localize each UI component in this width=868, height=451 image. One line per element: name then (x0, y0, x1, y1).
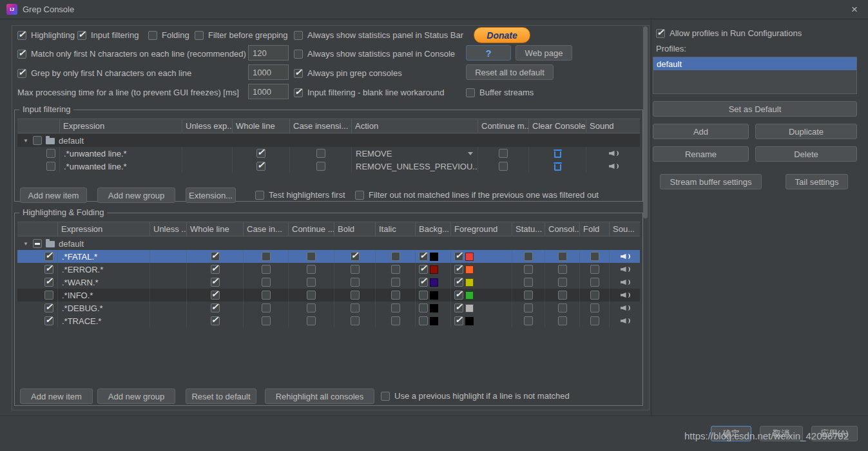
background-color-swatch[interactable] (430, 317, 438, 325)
whole-line-checkbox[interactable] (211, 252, 220, 261)
add-new-group-button[interactable]: Add new group (97, 187, 175, 203)
add-new-group-button[interactable]: Add new group (97, 389, 175, 404)
case-checkbox[interactable] (262, 316, 271, 325)
blank-line-workaround-checkbox[interactable]: Input filtering - blank line workaround (294, 88, 444, 97)
expression-cell[interactable]: .*ERROR.* (58, 263, 150, 276)
whole-line-checkbox[interactable] (256, 149, 265, 158)
sound-icon[interactable] (621, 278, 630, 286)
enabled-checkbox[interactable] (44, 316, 53, 325)
expression-cell[interactable]: .*unwanted line.* (60, 160, 182, 173)
action-dropdown[interactable]: REMOVE (352, 147, 478, 160)
case-checkbox[interactable] (262, 252, 271, 261)
continue-checkbox[interactable] (307, 265, 316, 274)
sound-icon[interactable] (621, 265, 630, 273)
bold-checkbox[interactable] (351, 291, 360, 300)
col-bold[interactable]: Bold (334, 222, 376, 236)
highlight-row[interactable]: .*TRACE.* (17, 314, 640, 327)
group-enabled-checkbox[interactable] (33, 239, 42, 248)
col-case[interactable]: Case in... (244, 222, 289, 236)
console-count-checkbox[interactable] (558, 291, 567, 300)
continue-checkbox[interactable] (499, 149, 508, 158)
bold-checkbox[interactable] (351, 303, 360, 312)
input-filtering-checkbox[interactable]: Input filtering (77, 30, 139, 40)
enabled-checkbox[interactable] (44, 278, 53, 287)
add-profile-button[interactable]: Add (653, 124, 749, 139)
case-insensitive-checkbox[interactable] (316, 149, 325, 158)
console-count-checkbox[interactable] (558, 316, 567, 325)
background-checkbox[interactable] (419, 316, 428, 325)
background-checkbox[interactable] (419, 265, 428, 274)
continue-checkbox[interactable] (307, 291, 316, 300)
highlight-row[interactable]: .*ERROR.* (17, 263, 640, 276)
add-new-item-button[interactable]: Add new item (20, 187, 87, 203)
pin-consoles-checkbox[interactable]: Always pin grep consoles (294, 68, 402, 78)
enabled-checkbox[interactable] (46, 162, 55, 171)
expression-cell[interactable]: .*TRACE.* (58, 314, 150, 327)
col-unless[interactable]: Unless ... (150, 222, 187, 236)
max-time-input[interactable] (248, 84, 289, 99)
background-color-swatch[interactable] (430, 253, 438, 261)
trash-icon[interactable] (554, 149, 561, 158)
foreground-checkbox[interactable] (454, 291, 463, 300)
whole-line-checkbox[interactable] (211, 265, 220, 274)
help-button[interactable]: ? (466, 45, 511, 61)
fold-checkbox[interactable] (590, 265, 599, 274)
grep-first-n-checkbox[interactable]: Grep by only first N characters on each … (17, 68, 191, 78)
whole-line-checkbox[interactable] (211, 316, 220, 325)
col-continue[interactable]: Continue m... (478, 119, 529, 133)
col-clear-console[interactable]: Clear Console (529, 119, 586, 133)
col-whole-line[interactable]: Whole line (233, 119, 290, 133)
fold-checkbox[interactable] (590, 316, 599, 325)
rename-profile-button[interactable]: Rename (653, 146, 749, 162)
sound-icon[interactable] (609, 149, 618, 157)
reset-all-button[interactable]: Reset all to default (466, 64, 554, 80)
match-first-n-input[interactable] (248, 45, 289, 61)
case-checkbox[interactable] (262, 291, 271, 300)
background-checkbox[interactable] (419, 291, 428, 300)
whole-line-checkbox[interactable] (256, 162, 265, 171)
reset-to-default-button[interactable]: Reset to default (186, 389, 256, 404)
col-select[interactable] (17, 222, 58, 236)
foreground-color-swatch[interactable] (465, 304, 474, 312)
background-color-swatch[interactable] (430, 278, 438, 287)
case-checkbox[interactable] (262, 265, 271, 274)
whole-line-checkbox[interactable] (211, 278, 220, 287)
col-expression[interactable]: Expression (60, 119, 182, 133)
extension-button[interactable]: Extension... (186, 187, 236, 203)
whole-line-checkbox[interactable] (211, 303, 220, 312)
profiles-list[interactable]: default (653, 57, 857, 94)
fold-checkbox[interactable] (590, 291, 599, 300)
enabled-checkbox[interactable] (44, 252, 53, 261)
background-checkbox[interactable] (419, 303, 428, 312)
foreground-color-swatch[interactable] (465, 265, 474, 274)
col-whole-line[interactable]: Whole line (187, 222, 244, 236)
italic-checkbox[interactable] (391, 316, 400, 325)
status-bar-checkbox[interactable] (524, 303, 533, 312)
continue-checkbox[interactable] (307, 252, 316, 261)
foreground-checkbox[interactable] (454, 265, 463, 274)
sound-icon[interactable] (621, 317, 630, 325)
case-insensitive-checkbox[interactable] (316, 162, 325, 171)
col-sound[interactable]: Sou... (610, 222, 640, 236)
trash-icon[interactable] (554, 162, 561, 171)
foreground-color-swatch[interactable] (465, 317, 474, 325)
col-foreground[interactable]: Foreground (451, 222, 512, 236)
stats-status-bar-checkbox[interactable]: Always show statistics panel in Status B… (294, 30, 463, 40)
italic-checkbox[interactable] (391, 278, 400, 287)
match-first-n-checkbox[interactable]: Match only first N characters on each li… (17, 49, 246, 59)
col-unless[interactable]: Unless exp... (182, 119, 233, 133)
add-new-item-button[interactable]: Add new item (20, 389, 93, 404)
bold-checkbox[interactable] (351, 278, 360, 287)
bold-checkbox[interactable] (351, 252, 360, 261)
whole-line-checkbox[interactable] (211, 291, 220, 300)
use-previous-highlight-checkbox[interactable]: Use a previous highlight if a line is no… (381, 391, 570, 401)
col-sound[interactable]: Sound (586, 119, 640, 133)
group-enabled-checkbox[interactable] (33, 136, 42, 145)
foreground-color-swatch[interactable] (465, 278, 474, 287)
profile-list-item[interactable]: default (653, 57, 856, 70)
sound-icon[interactable] (621, 304, 630, 312)
sound-icon[interactable] (609, 162, 618, 170)
highlight-group-row[interactable]: ▼ default (17, 237, 640, 250)
foreground-checkbox[interactable] (454, 303, 463, 312)
col-background[interactable]: Backg... (416, 222, 451, 236)
